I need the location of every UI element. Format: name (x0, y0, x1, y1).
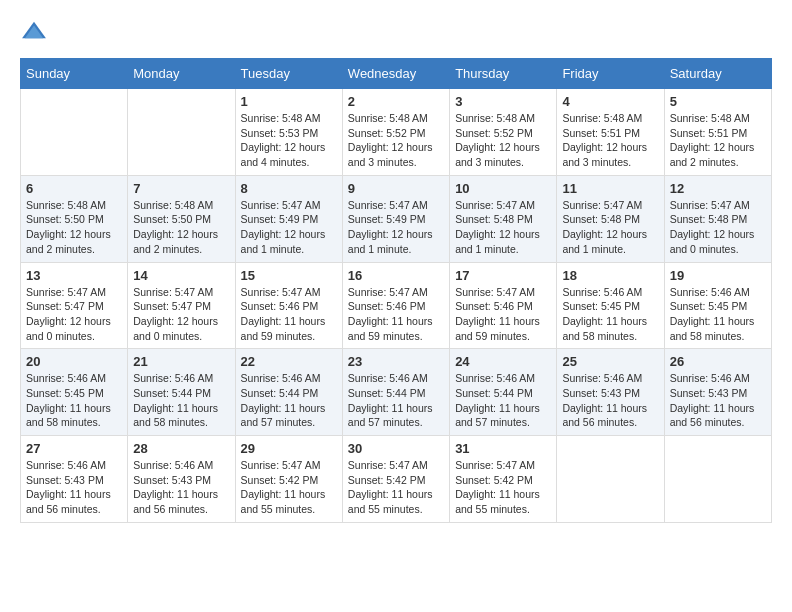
day-info: Sunrise: 5:47 AMSunset: 5:48 PMDaylight:… (562, 198, 658, 257)
day-number: 2 (348, 94, 444, 109)
header-monday: Monday (128, 59, 235, 89)
calendar-cell: 20Sunrise: 5:46 AMSunset: 5:45 PMDayligh… (21, 349, 128, 436)
calendar-cell: 28Sunrise: 5:46 AMSunset: 5:43 PMDayligh… (128, 436, 235, 523)
day-number: 23 (348, 354, 444, 369)
day-info: Sunrise: 5:48 AMSunset: 5:51 PMDaylight:… (670, 111, 766, 170)
day-info: Sunrise: 5:46 AMSunset: 5:44 PMDaylight:… (241, 371, 337, 430)
calendar-cell: 6Sunrise: 5:48 AMSunset: 5:50 PMDaylight… (21, 175, 128, 262)
day-info: Sunrise: 5:47 AMSunset: 5:46 PMDaylight:… (455, 285, 551, 344)
calendar-cell: 7Sunrise: 5:48 AMSunset: 5:50 PMDaylight… (128, 175, 235, 262)
day-info: Sunrise: 5:47 AMSunset: 5:47 PMDaylight:… (133, 285, 229, 344)
day-info: Sunrise: 5:46 AMSunset: 5:45 PMDaylight:… (562, 285, 658, 344)
day-info: Sunrise: 5:47 AMSunset: 5:42 PMDaylight:… (348, 458, 444, 517)
page-header (20, 20, 772, 42)
header-saturday: Saturday (664, 59, 771, 89)
calendar-cell: 5Sunrise: 5:48 AMSunset: 5:51 PMDaylight… (664, 89, 771, 176)
calendar-cell (664, 436, 771, 523)
calendar-cell: 2Sunrise: 5:48 AMSunset: 5:52 PMDaylight… (342, 89, 449, 176)
calendar-cell: 3Sunrise: 5:48 AMSunset: 5:52 PMDaylight… (450, 89, 557, 176)
day-number: 6 (26, 181, 122, 196)
day-number: 30 (348, 441, 444, 456)
day-info: Sunrise: 5:46 AMSunset: 5:43 PMDaylight:… (670, 371, 766, 430)
calendar-week-3: 20Sunrise: 5:46 AMSunset: 5:45 PMDayligh… (21, 349, 772, 436)
calendar-cell: 13Sunrise: 5:47 AMSunset: 5:47 PMDayligh… (21, 262, 128, 349)
calendar-cell: 29Sunrise: 5:47 AMSunset: 5:42 PMDayligh… (235, 436, 342, 523)
day-number: 13 (26, 268, 122, 283)
day-number: 26 (670, 354, 766, 369)
calendar-cell: 4Sunrise: 5:48 AMSunset: 5:51 PMDaylight… (557, 89, 664, 176)
calendar-cell: 15Sunrise: 5:47 AMSunset: 5:46 PMDayligh… (235, 262, 342, 349)
day-number: 19 (670, 268, 766, 283)
calendar-header-row: SundayMondayTuesdayWednesdayThursdayFrid… (21, 59, 772, 89)
calendar-cell: 8Sunrise: 5:47 AMSunset: 5:49 PMDaylight… (235, 175, 342, 262)
day-number: 12 (670, 181, 766, 196)
day-info: Sunrise: 5:48 AMSunset: 5:53 PMDaylight:… (241, 111, 337, 170)
calendar-table: SundayMondayTuesdayWednesdayThursdayFrid… (20, 58, 772, 523)
day-number: 31 (455, 441, 551, 456)
calendar-cell: 24Sunrise: 5:46 AMSunset: 5:44 PMDayligh… (450, 349, 557, 436)
day-info: Sunrise: 5:46 AMSunset: 5:44 PMDaylight:… (455, 371, 551, 430)
calendar-cell: 18Sunrise: 5:46 AMSunset: 5:45 PMDayligh… (557, 262, 664, 349)
day-number: 15 (241, 268, 337, 283)
header-thursday: Thursday (450, 59, 557, 89)
calendar-cell: 21Sunrise: 5:46 AMSunset: 5:44 PMDayligh… (128, 349, 235, 436)
day-info: Sunrise: 5:47 AMSunset: 5:48 PMDaylight:… (455, 198, 551, 257)
day-info: Sunrise: 5:46 AMSunset: 5:43 PMDaylight:… (26, 458, 122, 517)
day-number: 9 (348, 181, 444, 196)
calendar-cell: 27Sunrise: 5:46 AMSunset: 5:43 PMDayligh… (21, 436, 128, 523)
calendar-cell: 26Sunrise: 5:46 AMSunset: 5:43 PMDayligh… (664, 349, 771, 436)
calendar-cell: 16Sunrise: 5:47 AMSunset: 5:46 PMDayligh… (342, 262, 449, 349)
calendar-cell: 10Sunrise: 5:47 AMSunset: 5:48 PMDayligh… (450, 175, 557, 262)
calendar-week-0: 1Sunrise: 5:48 AMSunset: 5:53 PMDaylight… (21, 89, 772, 176)
header-sunday: Sunday (21, 59, 128, 89)
day-number: 10 (455, 181, 551, 196)
day-info: Sunrise: 5:46 AMSunset: 5:43 PMDaylight:… (133, 458, 229, 517)
calendar-body: 1Sunrise: 5:48 AMSunset: 5:53 PMDaylight… (21, 89, 772, 523)
calendar-cell: 12Sunrise: 5:47 AMSunset: 5:48 PMDayligh… (664, 175, 771, 262)
calendar-cell: 9Sunrise: 5:47 AMSunset: 5:49 PMDaylight… (342, 175, 449, 262)
day-info: Sunrise: 5:46 AMSunset: 5:44 PMDaylight:… (348, 371, 444, 430)
day-number: 14 (133, 268, 229, 283)
day-info: Sunrise: 5:47 AMSunset: 5:49 PMDaylight:… (348, 198, 444, 257)
calendar-week-1: 6Sunrise: 5:48 AMSunset: 5:50 PMDaylight… (21, 175, 772, 262)
day-info: Sunrise: 5:47 AMSunset: 5:49 PMDaylight:… (241, 198, 337, 257)
day-number: 21 (133, 354, 229, 369)
day-number: 1 (241, 94, 337, 109)
calendar-cell: 23Sunrise: 5:46 AMSunset: 5:44 PMDayligh… (342, 349, 449, 436)
day-number: 17 (455, 268, 551, 283)
calendar-cell: 19Sunrise: 5:46 AMSunset: 5:45 PMDayligh… (664, 262, 771, 349)
calendar-cell (21, 89, 128, 176)
day-number: 5 (670, 94, 766, 109)
calendar-cell (128, 89, 235, 176)
calendar-cell: 30Sunrise: 5:47 AMSunset: 5:42 PMDayligh… (342, 436, 449, 523)
day-number: 8 (241, 181, 337, 196)
header-tuesday: Tuesday (235, 59, 342, 89)
day-info: Sunrise: 5:48 AMSunset: 5:52 PMDaylight:… (455, 111, 551, 170)
day-info: Sunrise: 5:48 AMSunset: 5:51 PMDaylight:… (562, 111, 658, 170)
generalblue-logo-icon (20, 20, 48, 42)
calendar-cell: 22Sunrise: 5:46 AMSunset: 5:44 PMDayligh… (235, 349, 342, 436)
day-info: Sunrise: 5:46 AMSunset: 5:43 PMDaylight:… (562, 371, 658, 430)
day-number: 22 (241, 354, 337, 369)
day-number: 20 (26, 354, 122, 369)
day-number: 27 (26, 441, 122, 456)
day-info: Sunrise: 5:47 AMSunset: 5:42 PMDaylight:… (455, 458, 551, 517)
day-info: Sunrise: 5:46 AMSunset: 5:45 PMDaylight:… (26, 371, 122, 430)
calendar-week-4: 27Sunrise: 5:46 AMSunset: 5:43 PMDayligh… (21, 436, 772, 523)
day-info: Sunrise: 5:47 AMSunset: 5:48 PMDaylight:… (670, 198, 766, 257)
day-number: 29 (241, 441, 337, 456)
calendar-week-2: 13Sunrise: 5:47 AMSunset: 5:47 PMDayligh… (21, 262, 772, 349)
calendar-cell: 1Sunrise: 5:48 AMSunset: 5:53 PMDaylight… (235, 89, 342, 176)
day-info: Sunrise: 5:47 AMSunset: 5:46 PMDaylight:… (241, 285, 337, 344)
day-info: Sunrise: 5:48 AMSunset: 5:50 PMDaylight:… (133, 198, 229, 257)
day-number: 3 (455, 94, 551, 109)
day-number: 16 (348, 268, 444, 283)
day-number: 7 (133, 181, 229, 196)
calendar-cell: 17Sunrise: 5:47 AMSunset: 5:46 PMDayligh… (450, 262, 557, 349)
logo (20, 20, 50, 42)
day-number: 25 (562, 354, 658, 369)
day-info: Sunrise: 5:46 AMSunset: 5:44 PMDaylight:… (133, 371, 229, 430)
calendar-cell (557, 436, 664, 523)
day-info: Sunrise: 5:47 AMSunset: 5:46 PMDaylight:… (348, 285, 444, 344)
calendar-cell: 14Sunrise: 5:47 AMSunset: 5:47 PMDayligh… (128, 262, 235, 349)
